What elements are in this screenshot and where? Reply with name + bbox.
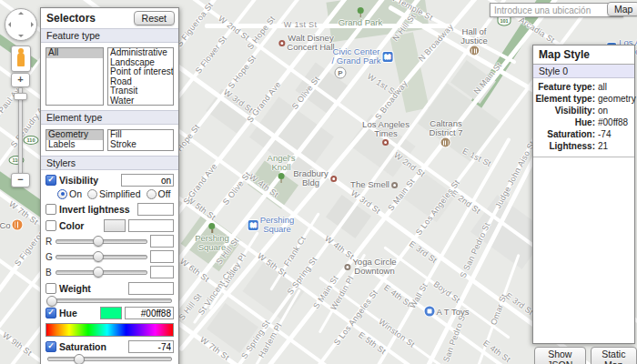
list-option[interactable]: Transit xyxy=(108,86,173,96)
visibility-label: Visibility xyxy=(59,175,98,186)
visibility-radio-off[interactable]: Off xyxy=(147,188,171,199)
tree-icon xyxy=(208,223,217,233)
tree-icon xyxy=(278,173,286,183)
visibility-radio-on[interactable]: On xyxy=(57,188,82,199)
list-option[interactable]: All xyxy=(46,48,103,58)
zoom-in-button[interactable]: + xyxy=(11,73,30,87)
list-option[interactable]: Point of interest xyxy=(108,67,173,77)
reset-button[interactable]: Reset xyxy=(134,11,175,25)
search-input[interactable] xyxy=(490,3,623,17)
style-list-item[interactable]: Style 0 xyxy=(533,65,634,78)
poi-caltrans-district-7: CaltransDistrict 7 xyxy=(430,119,463,147)
B-slider[interactable] xyxy=(56,270,147,275)
feature-type-list[interactable]: All xyxy=(46,47,104,106)
radio-icon[interactable] xyxy=(87,189,97,199)
hue-input[interactable] xyxy=(125,307,174,319)
pan-right-icon[interactable] xyxy=(31,22,34,27)
saturation-slider-thumb[interactable] xyxy=(74,354,85,364)
style-properties: Feature type:allElement type:geometryVis… xyxy=(533,78,634,157)
stylers-section: Stylers xyxy=(41,156,178,170)
weight-input[interactable] xyxy=(128,282,174,295)
poi-grand-park: Grand Park xyxy=(339,7,383,27)
metro-icon xyxy=(382,52,392,62)
hue-checkbox[interactable] xyxy=(46,308,56,318)
visibility-checkbox[interactable] xyxy=(46,175,56,186)
R-slider-thumb[interactable] xyxy=(93,236,104,247)
color-checkbox[interactable] xyxy=(46,220,56,231)
poi-civic-center-grand-park-station: Civic Center/ Grand Park xyxy=(332,47,393,66)
weight-label: Weight xyxy=(59,283,91,294)
feature-subtype-list[interactable]: AdministrativeLandscapePoint of interest… xyxy=(107,47,174,106)
B-input[interactable] xyxy=(150,266,174,278)
map-style-title: Map Style xyxy=(533,46,634,65)
poi-parking xyxy=(335,67,347,79)
element-subtype-list[interactable]: FillStroke xyxy=(107,129,174,151)
static-map-button[interactable]: Static Map xyxy=(591,347,637,364)
B-slider-thumb[interactable] xyxy=(93,267,104,278)
poi-yoga-circle-downtown: Yoga CircleDowntown xyxy=(344,258,396,276)
pan-down-icon[interactable] xyxy=(18,35,24,37)
list-option[interactable]: Fill xyxy=(108,130,173,140)
weight-checkbox[interactable] xyxy=(46,283,56,294)
saturation-checkbox[interactable] xyxy=(46,341,56,352)
pegman-icon xyxy=(17,53,25,66)
poi-walt-disney-concert-hall: Walt DisneyConcert Hall xyxy=(278,34,334,52)
pan-up-icon[interactable] xyxy=(18,12,24,15)
invert-lightness-row: Invert lightness xyxy=(46,203,174,216)
element-type-list[interactable]: GeometryLabels xyxy=(46,129,104,151)
saturation-input[interactable] xyxy=(128,340,174,353)
radio-icon[interactable] xyxy=(57,189,67,199)
street-label: Boyd St xyxy=(431,279,461,305)
G-input[interactable] xyxy=(150,250,174,263)
invert-lightness-label: Invert lightness xyxy=(59,204,130,215)
R-input[interactable] xyxy=(150,235,174,248)
map-type-button[interactable]: Map xyxy=(607,2,637,16)
pan-left-icon[interactable] xyxy=(8,22,11,27)
route-shield-101: 101 xyxy=(498,16,511,26)
R-slider[interactable] xyxy=(56,239,147,244)
pan-control[interactable] xyxy=(5,8,37,41)
poi-bradbury-bldg: BradburyBldg xyxy=(293,169,337,187)
element-type-section: Element type xyxy=(41,110,178,125)
color-input[interactable] xyxy=(128,219,174,232)
rgb-sliders: RGB xyxy=(41,235,178,278)
list-option[interactable]: Stroke xyxy=(108,140,173,150)
invert-lightness-input[interactable] xyxy=(137,203,174,216)
zoom-slider-thumb[interactable] xyxy=(14,93,27,100)
gov-icon xyxy=(441,138,450,147)
list-option[interactable]: Water xyxy=(108,96,173,106)
list-option[interactable]: Labels xyxy=(46,140,103,150)
radio-icon[interactable] xyxy=(147,189,157,199)
street-label: E 5th St xyxy=(357,330,388,356)
weight-slider-thumb[interactable] xyxy=(46,296,57,307)
show-json-button[interactable]: Show JSON xyxy=(534,347,586,364)
G-slider[interactable] xyxy=(56,255,147,259)
zoom-slider-track[interactable] xyxy=(18,87,23,174)
color-swatch[interactable] xyxy=(104,219,126,232)
G-slider-thumb[interactable] xyxy=(93,251,104,262)
list-option[interactable]: Administrative xyxy=(108,48,173,58)
poi-angels-knoll: Angel'sKnoll xyxy=(268,154,296,183)
list-option[interactable]: Geometry xyxy=(46,130,103,140)
street-view-pegman[interactable] xyxy=(11,46,31,72)
color-row: Color xyxy=(46,219,174,232)
hue-spectrum-slider[interactable] xyxy=(46,323,174,337)
dot-brown-icon xyxy=(330,176,337,182)
saturation-slider[interactable] xyxy=(47,357,172,361)
channel-row-G: G xyxy=(46,250,174,263)
color-label: Color xyxy=(59,220,84,231)
saturation-label: Saturation xyxy=(59,341,106,352)
zoom-out-button[interactable]: − xyxy=(11,173,30,187)
tree-icon xyxy=(356,7,364,17)
visibility-input[interactable] xyxy=(121,174,174,187)
visibility-radio-group: OnSimplifiedOff xyxy=(57,188,174,199)
street-label: S Grand Ave xyxy=(181,162,218,207)
weight-slider[interactable] xyxy=(47,298,172,303)
gov-icon xyxy=(470,46,479,56)
street-label: S Flower St xyxy=(194,34,229,75)
map-style-panel: Map Style Style 0 Feature type:allElemen… xyxy=(532,45,635,344)
hue-swatch[interactable] xyxy=(100,307,122,319)
route-shield-110: 110 xyxy=(24,136,39,145)
invert-lightness-checkbox[interactable] xyxy=(46,204,56,215)
visibility-radio-simplified[interactable]: Simplified xyxy=(87,188,141,199)
